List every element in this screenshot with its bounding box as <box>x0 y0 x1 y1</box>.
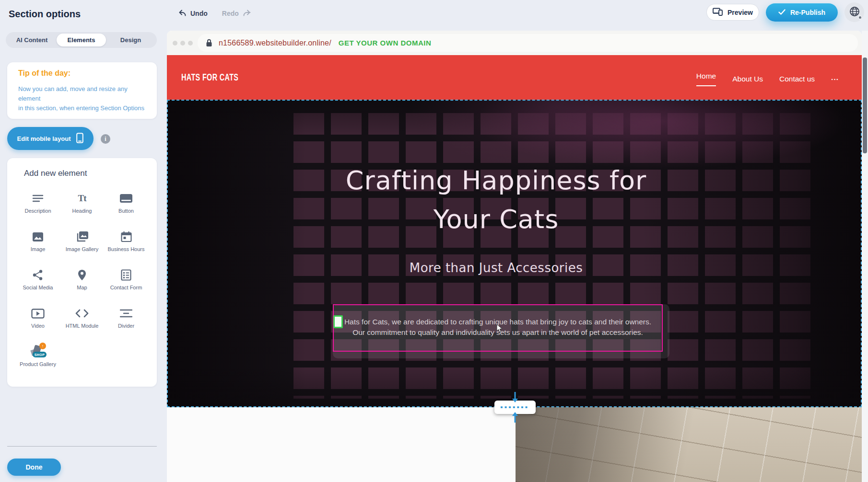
element-map[interactable]: Map <box>60 264 104 302</box>
edit-mobile-layout-button[interactable]: Edit mobile layout <box>7 127 94 150</box>
site-logo: HATS FOR CATS <box>181 72 238 83</box>
language-globe-button[interactable] <box>845 2 864 22</box>
nav-contact-us[interactable]: Contact us <box>779 72 815 83</box>
element-description[interactable]: Description <box>16 187 60 225</box>
hero-section[interactable]: Crafting Happiness for Your Cats More th… <box>167 100 862 407</box>
preview-button[interactable]: Preview <box>706 4 759 21</box>
element-product-gallery[interactable]: ↑SHOP Product Gallery <box>16 340 60 379</box>
element-video[interactable]: Video <box>16 302 60 340</box>
window-dots <box>173 41 193 46</box>
element-html-module[interactable]: HTML Module <box>60 302 104 340</box>
map-pin-icon <box>78 267 86 283</box>
element-heading[interactable]: Tt Heading <box>60 187 104 225</box>
undo-redo-group: Undo Redo <box>178 8 251 19</box>
hero-subheading: More than Just Accessories <box>167 261 825 275</box>
undo-label: Undo <box>190 10 208 17</box>
element-divider[interactable]: Divider <box>104 302 148 340</box>
republish-label: Re-Publish <box>790 9 825 16</box>
sidebar-tabs: AI Content Elements Design <box>6 32 157 48</box>
share-icon <box>32 267 44 283</box>
resize-arrows-icon <box>494 386 536 429</box>
description-icon <box>32 191 44 206</box>
preview-label: Preview <box>727 9 753 16</box>
scrollbar-thumb[interactable] <box>863 57 867 153</box>
undo-icon <box>178 10 187 18</box>
tile-floor-image <box>516 407 862 482</box>
image-icon <box>32 229 44 244</box>
redo-label: Redo <box>222 10 239 17</box>
topbar-actions: Preview Re-Publish <box>706 2 864 22</box>
site-header: HATS FOR CATS Home About Us Contact us .… <box>167 55 862 100</box>
element-drag-handle[interactable] <box>333 315 343 328</box>
code-icon <box>75 306 89 321</box>
calendar-icon <box>121 229 132 244</box>
element-image[interactable]: Image <box>16 225 60 264</box>
site-url[interactable]: n1566589.websitebuilder.online/ <box>219 39 331 47</box>
page-title: Section options <box>9 9 81 20</box>
preview-scrollbar <box>862 31 868 482</box>
address-bar[interactable]: n1566589.websitebuilder.online/ GET YOUR… <box>198 34 858 52</box>
heading-icon: Tt <box>78 191 86 206</box>
section-resize-widget <box>494 392 536 422</box>
element-social-media[interactable]: Social Media <box>16 264 60 302</box>
done-button[interactable]: Done <box>7 459 61 476</box>
video-icon <box>31 306 45 321</box>
element-contact-form[interactable]: Contact Form <box>104 264 148 302</box>
redo-button[interactable]: Redo <box>222 10 251 18</box>
nav-home[interactable]: Home <box>696 69 716 86</box>
phone-icon <box>76 133 83 145</box>
sidebar-divider <box>7 446 157 447</box>
tab-elements[interactable]: Elements <box>57 34 106 46</box>
product-gallery-icon: ↑SHOP <box>29 344 47 359</box>
hero-text-group: Crafting Happiness for Your Cats More th… <box>167 100 825 275</box>
devices-icon <box>713 8 723 17</box>
add-element-panel: Add new element Description Tt Heading B… <box>7 158 157 387</box>
nav-more-button[interactable]: ... <box>831 73 839 82</box>
tab-ai-content[interactable]: AI Content <box>7 34 57 46</box>
element-grid: Description Tt Heading Button Image Imag… <box>16 187 148 379</box>
tip-of-the-day-card: Tip of the day: Now you can add, move an… <box>7 62 157 119</box>
tab-design[interactable]: Design <box>106 34 155 46</box>
nav-about-us[interactable]: About Us <box>732 72 763 83</box>
form-icon <box>121 267 131 283</box>
site-nav: Home About Us Contact us ... <box>696 55 839 100</box>
get-domain-link[interactable]: GET YOUR OWN DOMAIN <box>339 39 431 47</box>
element-image-gallery[interactable]: Image Gallery <box>60 225 104 264</box>
divider-icon <box>120 306 132 321</box>
browser-chrome: n1566589.websitebuilder.online/ GET YOUR… <box>167 31 862 55</box>
add-element-title: Add new element <box>24 169 87 178</box>
element-button[interactable]: Button <box>104 187 148 225</box>
check-icon <box>778 9 786 16</box>
mouse-cursor <box>496 324 503 335</box>
site-preview-window: n1566589.websitebuilder.online/ GET YOUR… <box>167 31 862 482</box>
button-icon <box>119 191 133 206</box>
redo-icon <box>243 10 251 18</box>
image-gallery-icon <box>76 229 89 244</box>
globe-status-dot <box>858 15 862 20</box>
undo-button[interactable]: Undo <box>178 10 208 18</box>
republish-button[interactable]: Re-Publish <box>766 3 838 22</box>
lock-icon <box>205 39 213 47</box>
tip-body: Now you can add, move and resize any ele… <box>18 84 146 113</box>
hero-heading: Crafting Happiness for Your Cats <box>167 161 825 239</box>
info-icon[interactable]: i <box>101 134 110 144</box>
element-business-hours[interactable]: Business Hours <box>104 225 148 264</box>
edit-mobile-label: Edit mobile layout <box>17 135 71 142</box>
tip-title: Tip of the day: <box>18 69 146 78</box>
